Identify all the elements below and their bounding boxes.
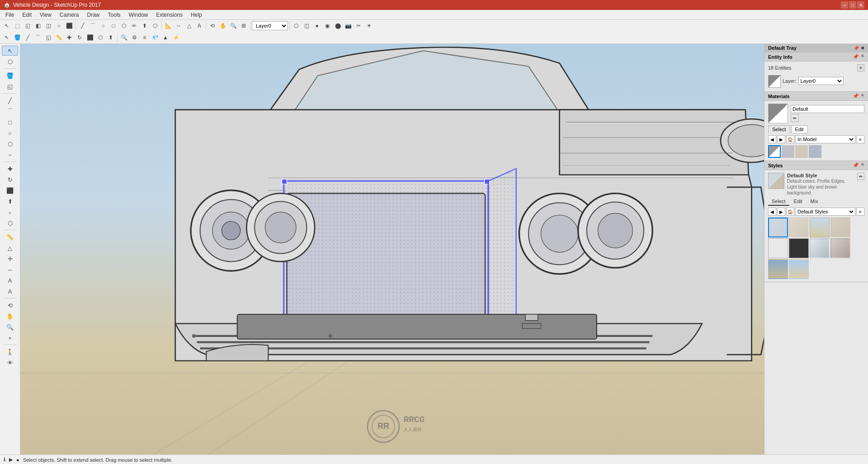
menu-view[interactable]: View [36, 11, 55, 19]
lt-zoom[interactable]: 🔍 [2, 322, 18, 332]
tb-eraser2[interactable]: ◱ [43, 33, 53, 43]
tb-rotate2[interactable]: ↻ [75, 33, 85, 43]
tb-pan[interactable]: ✋ [218, 21, 228, 31]
tb-line2[interactable]: ╱ [23, 33, 33, 43]
mat-next-button[interactable]: ▶ [777, 135, 785, 143]
tb-rect[interactable]: □ [108, 21, 118, 31]
tb-tape[interactable]: 📐 [163, 21, 173, 31]
layer-select[interactable]: Layer0 [252, 21, 288, 30]
tb-text[interactable]: A [194, 21, 204, 31]
tb-sections[interactable]: ✂ [354, 21, 363, 31]
tb-dynamic[interactable]: ⚡ [171, 33, 181, 43]
mat-home-button[interactable]: 🏠 [786, 135, 794, 143]
lt-rectangle[interactable]: □ [2, 117, 18, 127]
styles-tab-edit[interactable]: Edit [790, 198, 806, 206]
styles-library-select[interactable]: Default Styles [795, 208, 855, 216]
styles-next-button[interactable]: ▶ [777, 208, 785, 216]
lt-offset[interactable]: ⬡ [2, 218, 18, 228]
styles-edit-button[interactable]: ✏ [857, 173, 864, 180]
menu-tools[interactable]: Tools [104, 11, 124, 19]
tb-select-arrow[interactable]: ↖ [2, 33, 12, 43]
mat-tab-edit[interactable]: Edit [791, 125, 808, 133]
tb-paint[interactable]: ◧ [33, 21, 43, 31]
lt-scale[interactable]: ⬛ [2, 185, 18, 195]
lt-axes[interactable]: ✛ [2, 254, 18, 264]
styles-tab-mix[interactable]: Mix [807, 198, 822, 206]
tray-pin-button[interactable]: 📌 [854, 46, 859, 51]
styles-options-button[interactable]: ≡ [856, 208, 864, 216]
materials-header[interactable]: Materials 📌 ✕ [764, 92, 868, 101]
menu-draw[interactable]: Draw [84, 11, 104, 19]
tb-ruby[interactable]: 💎 [150, 33, 160, 43]
lt-freehand[interactable]: ~ [2, 150, 18, 160]
mat-library-select[interactable]: In Model [795, 135, 855, 143]
mat-item-3[interactable] [809, 145, 821, 158]
tb-arc2[interactable]: ⌒ [33, 33, 43, 43]
tb-shadows[interactable]: ☀ [364, 21, 374, 31]
lt-followme[interactable]: ⬦ [2, 207, 18, 217]
styles-header[interactable]: Styles 📌 ✕ [764, 161, 868, 170]
tb-orbit[interactable]: ⟲ [208, 21, 217, 31]
style-item-3[interactable] [810, 218, 830, 237]
tb-offset[interactable]: ⬡ [150, 21, 160, 31]
style-item-6[interactable] [789, 238, 809, 258]
lt-paint[interactable]: 🪣 [2, 71, 18, 80]
tb-push[interactable]: ⬆ [140, 21, 150, 31]
tb-circle[interactable]: ○ [98, 21, 108, 31]
style-item-4[interactable] [830, 218, 850, 237]
mat-item-default[interactable] [768, 145, 781, 158]
style-item-8[interactable] [830, 238, 850, 258]
styles-tab-select[interactable]: Select [768, 198, 789, 206]
tb-move2[interactable]: ✚ [64, 33, 74, 43]
style-item-2[interactable] [789, 218, 809, 237]
tb-offset2[interactable]: ⬡ [95, 33, 105, 43]
tb-settings[interactable]: ⚙ [129, 33, 139, 43]
mat-item-1[interactable] [782, 145, 794, 158]
mat-edit-button[interactable]: ✏ [791, 114, 799, 122]
mat-tab-select[interactable]: Select [768, 125, 790, 133]
tray-close-button[interactable]: ✕ [861, 46, 864, 51]
titlebar-controls[interactable]: ─ □ ✕ [841, 1, 864, 9]
lt-lookaround[interactable]: 👁 [2, 358, 18, 368]
lt-dimension[interactable]: ↔ [2, 265, 18, 275]
mat-name-input[interactable] [791, 105, 864, 113]
tb-more3[interactable]: ⬤ [333, 21, 343, 31]
entity-info-options-button[interactable]: ≡ [857, 64, 864, 71]
maximize-button[interactable]: □ [849, 1, 856, 9]
style-item-5[interactable] [768, 238, 788, 258]
tb-protractor[interactable]: △ [184, 21, 194, 31]
lt-select[interactable]: ↖ [2, 46, 18, 56]
lt-3dtext[interactable]: A [2, 286, 18, 296]
tb-groups[interactable]: ◫ [302, 21, 311, 31]
menu-file[interactable]: File [2, 11, 18, 19]
lt-protractor[interactable]: △ [2, 243, 18, 253]
lt-rotate[interactable]: ↻ [2, 175, 18, 185]
tb-line[interactable]: ╱ [77, 21, 87, 31]
tb-rotate[interactable]: ○ [54, 21, 64, 31]
tb-tape2[interactable]: 📏 [54, 33, 64, 43]
tb-components[interactable]: ⬡ [291, 21, 301, 31]
lt-arc[interactable]: ⌒ [2, 106, 18, 116]
lt-tape[interactable]: 📏 [2, 232, 18, 242]
lt-move[interactable]: ✚ [2, 164, 18, 174]
tb-more1[interactable]: ● [312, 21, 322, 31]
tb-sandbox[interactable]: ▲ [160, 33, 170, 43]
close-button[interactable]: ✕ [857, 1, 864, 9]
tb-extra[interactable]: ≡ [140, 33, 150, 43]
menu-extensions[interactable]: Extensions [152, 11, 186, 19]
style-item-9[interactable] [768, 259, 788, 279]
style-item-10[interactable] [789, 259, 809, 279]
lt-eraser[interactable]: ◱ [2, 81, 18, 91]
tb-move[interactable]: ◫ [43, 21, 53, 31]
tb-select2[interactable]: ⬚ [12, 21, 22, 31]
style-item-7[interactable] [810, 238, 830, 258]
menu-window[interactable]: Window [125, 11, 152, 19]
tb-paint2[interactable]: 🪣 [12, 33, 22, 43]
lt-orbit[interactable]: ⟲ [2, 300, 18, 310]
lt-zoomin[interactable]: + [2, 333, 18, 343]
lt-text[interactable]: A [2, 275, 18, 285]
tb-camera-tools[interactable]: 📷 [343, 21, 353, 31]
lt-circle[interactable]: ○ [2, 128, 18, 138]
tb-push2[interactable]: ⬆ [106, 33, 116, 43]
menu-camera[interactable]: Camera [56, 11, 83, 19]
